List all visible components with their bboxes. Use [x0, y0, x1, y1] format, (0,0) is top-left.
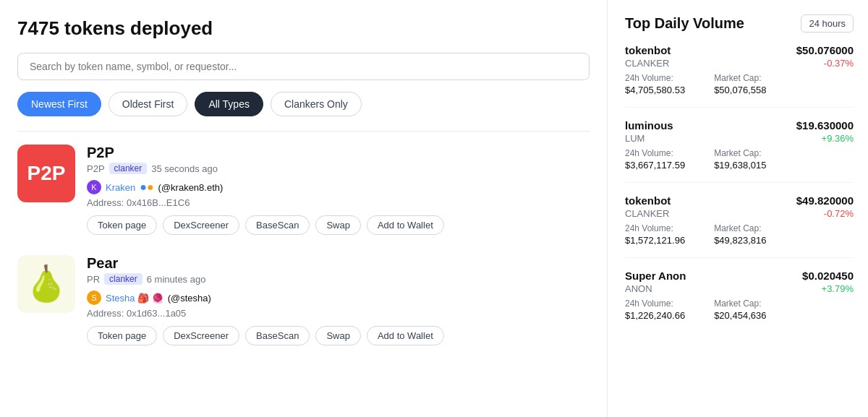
- volume-token-name: tokenbot: [625, 194, 671, 207]
- token-info-p2p: P2PP2Pclanker35 seconds agoKKraken●●(@kr…: [87, 145, 590, 235]
- volume-label: 24h Volume:: [625, 223, 685, 233]
- volume-item-3: Super Anon$0.020450ANON+3.79%24h Volume:…: [625, 270, 854, 332]
- token-address: Address: 0x416B...E1C6: [87, 197, 590, 208]
- filter-btn-oldest-first[interactable]: Oldest First: [109, 92, 188, 116]
- volume-label: 24h Volume:: [625, 73, 685, 83]
- volume-item-2: tokenbot$49.820000CLANKER-0.72%24h Volum…: [625, 194, 854, 258]
- token-logo-p2p: P2P: [17, 145, 75, 202]
- volume-value: $1,226,240.66: [625, 310, 685, 321]
- marketcap-value: $19,638,015: [714, 160, 766, 171]
- right-panel-title: Top Daily Volume: [625, 15, 744, 32]
- clanker-badge: clanker: [104, 273, 142, 285]
- volume-symbol: CLANKER: [625, 58, 669, 69]
- action-btn-dexscreener[interactable]: DexScreener: [163, 215, 239, 235]
- token-name: Pear: [87, 255, 118, 272]
- marketcap-label: Market Cap:: [714, 223, 766, 233]
- creator-name[interactable]: Stesha 🎒 🧶: [106, 293, 163, 304]
- filter-btn-all-types[interactable]: All Types: [195, 92, 263, 116]
- volume-change: +3.79%: [822, 283, 854, 294]
- creator-avatar: K: [87, 180, 101, 194]
- marketcap-value: $49,823,816: [714, 235, 766, 246]
- volume-value: $4,705,580.53: [625, 85, 685, 95]
- volume-item-0: tokenbot$50.076000CLANKER-0.37%24h Volum…: [625, 44, 854, 108]
- filter-btn-clankers-only[interactable]: Clankers Only: [271, 92, 362, 116]
- filter-row: Newest FirstOldest FirstAll TypesClanker…: [17, 92, 590, 116]
- token-card-p2p: P2PP2PP2Pclanker35 seconds agoKKraken●●(…: [17, 145, 590, 235]
- action-btn-token-page[interactable]: Token page: [87, 326, 157, 345]
- filter-btn-newest-first[interactable]: Newest First: [17, 92, 101, 116]
- token-list: P2PP2PP2Pclanker35 seconds agoKKraken●●(…: [17, 145, 590, 345]
- action-btn-swap[interactable]: Swap: [315, 215, 361, 235]
- token-time: 6 minutes ago: [147, 274, 206, 285]
- volume-change: -0.37%: [824, 58, 854, 69]
- action-btn-add-to-wallet[interactable]: Add to Wallet: [367, 215, 444, 235]
- action-btn-basescan[interactable]: BaseScan: [245, 215, 310, 235]
- volume-price: $19.630000: [796, 119, 854, 132]
- volume-price: $49.820000: [796, 194, 854, 207]
- token-name: P2P: [87, 145, 114, 161]
- creator-name[interactable]: Kraken: [106, 182, 135, 193]
- token-address: Address: 0x1d63...1a05: [87, 308, 590, 319]
- volume-price: $0.020450: [802, 270, 854, 282]
- volume-token-name: luminous: [625, 119, 673, 132]
- token-symbol: P2P: [87, 163, 105, 174]
- left-panel: 7475 tokens deployed Newest FirstOldest …: [0, 0, 608, 417]
- volume-symbol: LUM: [625, 133, 644, 144]
- token-logo-pear: 🍐: [17, 255, 75, 313]
- page-title: 7475 tokens deployed: [17, 17, 590, 40]
- clanker-badge: clanker: [109, 163, 148, 174]
- volume-symbol: ANON: [625, 283, 652, 294]
- right-panel-header: Top Daily Volume 24 hours: [625, 14, 854, 33]
- marketcap-label: Market Cap:: [714, 148, 766, 158]
- yellow-dot-icon: ●: [147, 181, 154, 193]
- marketcap-label: Market Cap:: [714, 73, 766, 83]
- creator-handle: (@stesha): [168, 293, 211, 304]
- volume-value: $3,667,117.59: [625, 160, 685, 171]
- action-btn-dexscreener[interactable]: DexScreener: [163, 326, 239, 345]
- token-info-pear: PearPRclanker6 minutes agoSStesha 🎒 🧶(@s…: [87, 255, 590, 345]
- marketcap-value: $20,454,636: [714, 310, 766, 321]
- marketcap-label: Market Cap:: [714, 298, 766, 309]
- token-time: 35 seconds ago: [151, 163, 218, 174]
- action-btn-add-to-wallet[interactable]: Add to Wallet: [367, 326, 444, 345]
- creator-handle: (@kraken8.eth): [158, 182, 224, 193]
- marketcap-value: $50,076,558: [714, 85, 766, 95]
- creator-avatar: S: [87, 291, 101, 305]
- volume-token-name: Super Anon: [625, 270, 686, 282]
- volume-change: +9.36%: [822, 133, 854, 144]
- volume-list: tokenbot$50.076000CLANKER-0.37%24h Volum…: [625, 44, 854, 332]
- volume-token-name: tokenbot: [625, 44, 671, 56]
- action-btn-token-page[interactable]: Token page: [87, 215, 157, 235]
- right-panel: Top Daily Volume 24 hours tokenbot$50.07…: [608, 0, 868, 417]
- volume-change: -0.72%: [824, 208, 854, 219]
- divider: [17, 131, 590, 132]
- action-btn-basescan[interactable]: BaseScan: [245, 326, 310, 345]
- volume-item-1: luminous$19.630000LUM+9.36%24h Volume:$3…: [625, 119, 854, 183]
- volume-label: 24h Volume:: [625, 148, 685, 158]
- hours-badge: 24 hours: [801, 14, 854, 33]
- blue-dot-icon: ●: [140, 181, 147, 193]
- token-card-pear: 🍐PearPRclanker6 minutes agoSStesha 🎒 🧶(@…: [17, 255, 590, 345]
- volume-symbol: CLANKER: [625, 208, 669, 219]
- search-input[interactable]: [17, 53, 590, 80]
- token-symbol: PR: [87, 274, 100, 285]
- volume-price: $50.076000: [796, 44, 854, 56]
- volume-value: $1,572,121.96: [625, 235, 685, 246]
- volume-label: 24h Volume:: [625, 298, 685, 309]
- action-btn-swap[interactable]: Swap: [315, 326, 361, 345]
